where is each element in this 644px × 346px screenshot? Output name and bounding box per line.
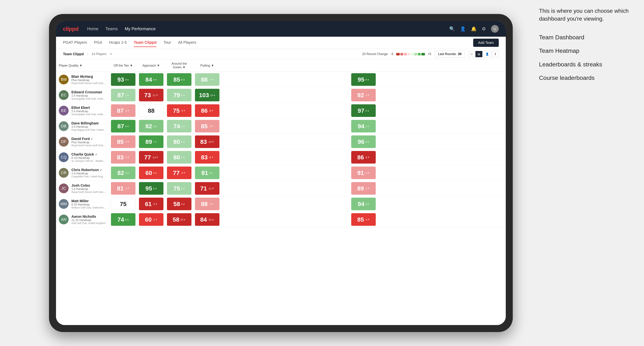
score-box[interactable]: 79 9▲: [167, 89, 192, 101]
score-box[interactable]: 80 3▲: [167, 135, 192, 148]
score-box[interactable]: 81 4▲: [195, 167, 220, 179]
player-name[interactable]: Elliot Ebert: [72, 106, 106, 110]
score-box[interactable]: 83 -10▼: [195, 135, 220, 148]
score-box[interactable]: 82 3▲: [111, 167, 136, 179]
score-box[interactable]: 60 -1▼: [139, 213, 164, 226]
tab-team-clippd[interactable]: Team Clippd: [134, 38, 156, 47]
score-box[interactable]: 86 -6▼: [195, 104, 220, 117]
view-person-button[interactable]: 👤: [483, 51, 491, 57]
score-value: 87: [118, 123, 124, 130]
score-box[interactable]: 75: [111, 198, 136, 210]
player-name[interactable]: Aaron Nicholls: [72, 215, 106, 219]
score-box[interactable]: 83 -3▼: [111, 151, 136, 164]
score-box[interactable]: 80 1▲: [167, 151, 192, 164]
score-box[interactable]: 84 6▲: [139, 73, 164, 86]
team-info-bar: Team Clippd | 14 Players ✎ 20 Round Chan…: [56, 49, 506, 59]
col-header-putting[interactable]: Putting ▼: [193, 59, 221, 72]
view-heatmap-button[interactable]: ▤: [475, 51, 482, 57]
score-box[interactable]: 86 -8▼: [351, 151, 376, 164]
score-box[interactable]: 60 2▲: [139, 167, 164, 179]
score-cell: 84 6▲: [137, 72, 165, 87]
score-delta: -6▼: [208, 109, 213, 112]
score-delta: 9▲: [125, 78, 129, 81]
round-change-section: 20 Round Change -5 +5: [362, 52, 432, 56]
score-box[interactable]: 77 -3▼: [167, 167, 192, 179]
score-box[interactable]: 88 -2▼: [195, 198, 220, 210]
score-box[interactable]: 85 -3▼: [111, 135, 136, 148]
score-box[interactable]: 88: [139, 104, 164, 117]
col-header-off-tee[interactable]: Off the Tee ▼: [109, 59, 137, 72]
score-box[interactable]: 94 3▲: [351, 198, 376, 210]
score-box[interactable]: 61 -3▼: [139, 198, 164, 210]
last-rounds-button[interactable]: Last Rounds: 20: [435, 51, 465, 57]
score-box[interactable]: 94 1▲: [351, 120, 376, 133]
nav-icons-area: 🔍 👤 🔔 ⚙ U: [449, 25, 499, 33]
tab-pgat-players[interactable]: PGAT Players: [63, 38, 87, 47]
col-header-approach[interactable]: Approach ▼: [137, 59, 165, 72]
score-box[interactable]: 82 4▲: [139, 120, 164, 133]
score-box[interactable]: 73 -11▼: [139, 89, 164, 101]
tab-pga[interactable]: PGA: [94, 38, 102, 47]
score-box[interactable]: 89 -2▼: [351, 182, 376, 195]
view-download-button[interactable]: ↧: [492, 51, 499, 57]
score-box[interactable]: 74 1▲: [167, 120, 192, 133]
score-box[interactable]: 92 -3▼: [351, 89, 376, 101]
nav-home[interactable]: Home: [87, 25, 98, 32]
settings-icon[interactable]: ⚙: [482, 26, 486, 32]
player-name[interactable]: Matt Miller: [72, 199, 106, 203]
score-box[interactable]: 93 9▲: [111, 73, 136, 86]
score-box[interactable]: 103 15▲: [195, 89, 220, 101]
player-name[interactable]: Blair McHarg: [72, 75, 106, 79]
search-icon[interactable]: 🔍: [449, 26, 455, 32]
nav-my-performance[interactable]: My Performance: [125, 25, 156, 32]
score-box[interactable]: 87 -3▼: [111, 104, 136, 117]
score-box[interactable]: 87 1▲: [111, 89, 136, 101]
score-box[interactable]: 89 7▲: [139, 135, 164, 148]
player-name[interactable]: Chris Robertson ✓: [72, 168, 106, 172]
score-box[interactable]: 58 4▲: [167, 198, 192, 210]
score-value: 75: [173, 107, 180, 114]
score-box[interactable]: 83 -6▼: [195, 151, 220, 164]
player-name[interactable]: Edward Crossman: [72, 90, 106, 94]
player-avatar: DF: [59, 137, 68, 147]
user-icon[interactable]: 👤: [460, 26, 466, 32]
score-box[interactable]: 71 -11▼: [195, 182, 220, 195]
score-box[interactable]: 58 10▲: [167, 213, 192, 226]
score-box[interactable]: 96 3▲: [351, 135, 376, 148]
score-box[interactable]: 87 4▲: [111, 120, 136, 133]
view-grid-button[interactable]: □: [468, 51, 474, 57]
tab-tour[interactable]: Tour: [164, 38, 171, 47]
player-name[interactable]: Josh Coles: [72, 183, 106, 187]
avatar[interactable]: U: [491, 25, 499, 33]
score-delta: -21▲: [208, 218, 214, 221]
score-box[interactable]: 77 -14▼: [139, 151, 164, 164]
score-box[interactable]: 97 5▲: [351, 104, 376, 117]
score-box[interactable]: 85 8▲: [167, 73, 192, 86]
tab-hcaps[interactable]: Hcaps 1-5: [109, 38, 127, 47]
col-header-around-green[interactable]: Around the Green ▼: [165, 59, 193, 72]
player-handicap: Plus Handicap: [72, 141, 106, 144]
score-box[interactable]: 95 9▲: [351, 73, 376, 86]
score-delta: 3▲: [125, 172, 129, 174]
col-header-player[interactable]: Player Quality ▼: [56, 59, 109, 72]
nav-teams[interactable]: Teams: [105, 25, 118, 32]
score-box[interactable]: 85 -4▼: [351, 213, 376, 226]
score-box[interactable]: 75 2▲: [167, 182, 192, 195]
score-box[interactable]: 81 -3▼: [111, 182, 136, 195]
score-box[interactable]: 95 8▲: [139, 182, 164, 195]
score-box[interactable]: 85 -3▼: [195, 120, 220, 133]
score-cell: 95 9▲: [221, 72, 506, 87]
player-name[interactable]: David Ford ✓: [72, 137, 106, 141]
player-name[interactable]: Charlie Quick ✓: [72, 152, 106, 156]
player-name[interactable]: Dave Billingham: [72, 121, 106, 125]
score-box[interactable]: 88 -1▼: [195, 73, 220, 86]
score-box[interactable]: 74 8▲: [111, 213, 136, 226]
tab-all-players[interactable]: All Players: [178, 38, 196, 47]
score-box[interactable]: 91 -3▼: [351, 167, 376, 179]
add-team-button[interactable]: Add Team: [473, 39, 499, 47]
score-box[interactable]: 84 -21▲: [195, 213, 220, 226]
edit-icon[interactable]: ✎: [110, 52, 112, 56]
score-box[interactable]: 75 -3▼: [167, 104, 192, 117]
player-info: Charlie Quick ✓ 6-10 Handicap St. George…: [72, 152, 106, 162]
notification-icon[interactable]: 🔔: [471, 26, 476, 32]
